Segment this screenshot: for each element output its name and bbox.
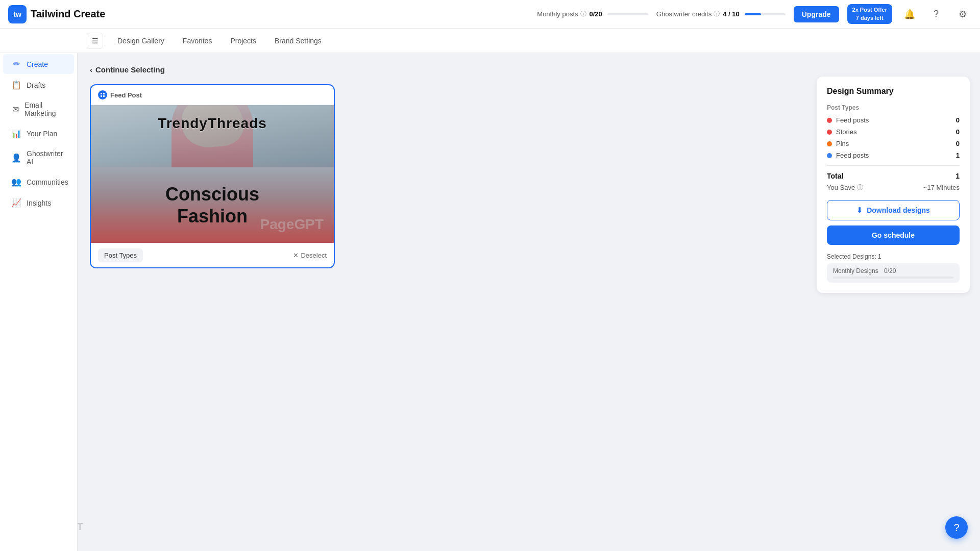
pins-count: 0: [956, 140, 960, 147]
email-icon: ✉: [11, 105, 19, 114]
ghostwriter-credits-stat: Ghostwriter credits ⓘ 4 / 10: [656, 10, 786, 18]
selected-designs-label: Selected Designs: 1: [827, 253, 881, 260]
insights-icon: 📈: [11, 198, 21, 208]
brand-name: TrendyThreads: [158, 115, 267, 132]
summary-divider: [827, 165, 960, 166]
designs-info: Selected Designs: 1: [827, 253, 960, 260]
sidebar-item-label-communities: Communities: [27, 178, 68, 186]
sidebar-item-communities[interactable]: 👥 Communities: [3, 172, 74, 192]
download-designs-button[interactable]: ⬇ Download designs: [827, 200, 960, 220]
nav-item-projects[interactable]: Projects: [222, 33, 264, 49]
monthly-designs-label: Monthly Designs 0/20: [833, 267, 953, 274]
back-arrow-icon: ‹: [90, 65, 92, 74]
sidebar-item-insights[interactable]: 📈 Insights: [3, 193, 74, 213]
go-schedule-button[interactable]: Go schedule: [827, 226, 960, 245]
ghostwriter-credits-label: Ghostwriter credits: [656, 10, 712, 18]
save-row: You Save ⓘ ~17 Minutes: [827, 183, 960, 192]
create-icon: ✏: [11, 59, 21, 69]
topbar-left: tw Tailwind Create: [8, 5, 105, 23]
pins-dot: [827, 141, 832, 146]
app-title: Tailwind Create: [31, 8, 105, 20]
post-types-button[interactable]: Post Types: [98, 248, 143, 262]
summary-row-pins: Pins 0: [827, 140, 960, 147]
nav-item-favorites[interactable]: Favorites: [175, 33, 220, 49]
feed-posts-1-count: 0: [956, 116, 960, 124]
feed-posts-1-label: Feed posts: [836, 116, 869, 124]
stories-label: Stories: [836, 128, 856, 136]
sidebar-item-label-create: Create: [27, 60, 48, 68]
ghostwriter-credits-bar: [745, 13, 786, 15]
deselect-button[interactable]: ✕ Deselect: [293, 252, 327, 259]
total-label: Total: [827, 172, 843, 180]
nav-item-brand-settings[interactable]: Brand Settings: [266, 33, 330, 49]
summary-row-stories: Stories 0: [827, 128, 960, 136]
sidebar-item-drafts[interactable]: 📋 Drafts: [3, 75, 74, 95]
design-summary-panel: Design Summary Post Types Feed posts 0 S…: [817, 77, 970, 293]
sidebar-item-label-insights: Insights: [27, 199, 51, 207]
total-value: 1: [955, 172, 960, 180]
fashion-image: TrendyThreads Conscious Fashion PageGPT: [91, 105, 334, 243]
upgrade-button[interactable]: Upgrade: [794, 6, 839, 22]
feed-posts-1-dot: [827, 118, 832, 123]
monthly-designs-bar-container: Monthly Designs 0/20: [827, 263, 960, 283]
feed-posts-2-count: 1: [956, 152, 960, 159]
summary-row-feed-posts-2: Feed posts 1: [827, 152, 960, 159]
feed-post-card: Feed Post TrendyThreads: [90, 84, 335, 268]
stories-count: 0: [956, 128, 960, 136]
post-types-section-label: Post Types: [827, 104, 960, 111]
card-type-label: Feed Post: [91, 85, 334, 105]
monthly-designs-track: [833, 277, 953, 279]
fashion-text: Conscious Fashion: [165, 183, 259, 227]
collapse-sidebar-button[interactable]: ☰: [87, 33, 103, 49]
promo-badge: 2x Post Offer 7 days left: [847, 4, 892, 24]
communities-icon: 👥: [11, 177, 21, 187]
sidebar-item-label-ghostwriter: Ghostwriter AI: [27, 149, 66, 166]
ghostwriter-icon: 👤: [11, 153, 21, 163]
monthly-posts-stat: Monthly posts ⓘ 0/20: [537, 10, 648, 18]
help-button[interactable]: ?: [927, 5, 945, 23]
image-bottom: Conscious Fashion: [91, 167, 334, 243]
nav-item-design-gallery[interactable]: Design Gallery: [109, 33, 173, 49]
svg-rect-1: [103, 93, 105, 94]
total-row: Total 1: [827, 172, 960, 180]
feed-post-icon: [98, 90, 107, 99]
help-fab-button[interactable]: ?: [945, 516, 968, 539]
pins-label: Pins: [836, 140, 849, 147]
feed-post-label: Feed Post: [110, 91, 142, 99]
feed-posts-2-dot: [827, 153, 832, 158]
sidebar-item-create[interactable]: ✏ Create: [3, 54, 74, 74]
info-icon-save: ⓘ: [857, 183, 863, 192]
summary-row-feed-posts-1: Feed posts 0: [827, 116, 960, 124]
sidebar-item-email-marketing[interactable]: ✉ Email Marketing: [3, 96, 74, 122]
download-icon: ⬇: [856, 206, 863, 214]
summary-title: Design Summary: [827, 87, 960, 96]
stories-dot: [827, 130, 832, 135]
plan-icon: 📊: [11, 129, 21, 138]
x-icon: ✕: [293, 252, 299, 259]
svg-rect-2: [101, 95, 102, 97]
monthly-posts-bar: [607, 13, 648, 15]
back-link[interactable]: ‹ Continue Selecting: [90, 65, 968, 74]
sidebar-item-ghostwriter-ai[interactable]: 👤 Ghostwriter AI: [3, 144, 74, 171]
feed-posts-2-label: Feed posts: [836, 152, 869, 159]
tw-logo: tw: [8, 5, 27, 23]
monthly-posts-label: Monthly posts: [537, 10, 578, 18]
sidebar-item-label-drafts: Drafts: [27, 81, 45, 89]
sidebar-item-your-plan[interactable]: 📊 Your Plan: [3, 123, 74, 143]
info-icon-monthly: ⓘ: [580, 10, 586, 18]
svg-rect-3: [103, 95, 105, 97]
sidebar-item-label-email: Email Marketing: [24, 101, 66, 117]
topbar-right: Monthly posts ⓘ 0/20 Ghostwriter credits…: [537, 4, 972, 24]
settings-button[interactable]: ⚙: [953, 5, 972, 23]
topbar: tw Tailwind Create Monthly posts ⓘ 0/20 …: [0, 0, 980, 29]
ghostwriter-credits-value: 4 / 10: [723, 10, 740, 18]
card-footer: Post Types ✕ Deselect: [91, 243, 334, 267]
sidebar: ⌂ Home ✏ Create 📋 Drafts ✉ Email Marketi…: [0, 29, 78, 551]
navbar: ☰ Design Gallery Favorites Projects Bran…: [0, 29, 980, 53]
notifications-button[interactable]: 🔔: [900, 5, 919, 23]
back-link-label: Continue Selecting: [95, 65, 165, 74]
drafts-icon: 📋: [11, 80, 21, 90]
you-save-value: ~17 Minutes: [923, 184, 960, 191]
monthly-posts-value: 0/20: [590, 10, 602, 18]
you-save-label: You Save: [827, 184, 855, 191]
